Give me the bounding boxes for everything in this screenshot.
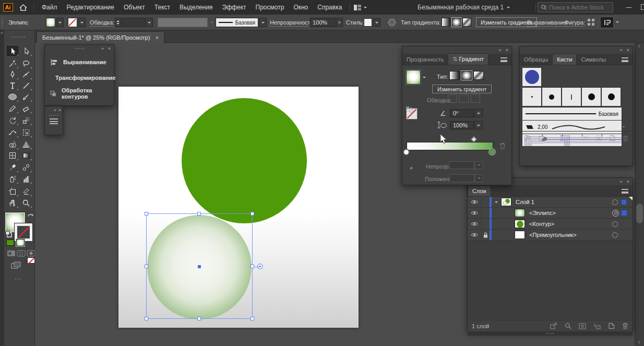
trash-icon[interactable]: [622, 323, 628, 329]
gradient-fill-thumbnail[interactable]: [406, 70, 421, 85]
brush-swatch-blue-circle[interactable]: [522, 67, 542, 87]
dock-strip[interactable]: ˄ ˅: [635, 43, 644, 346]
menu-edit[interactable]: Редактирование: [62, 4, 119, 11]
close-panel-icon[interactable]: ×: [108, 46, 111, 51]
rotate-tool[interactable]: [6, 115, 19, 126]
gradient-mode-button[interactable]: [16, 239, 25, 246]
angle-value[interactable]: 0°: [450, 109, 474, 117]
shape-builder-tool[interactable]: [6, 139, 19, 150]
gradient-tool[interactable]: [20, 150, 32, 161]
document-tab[interactable]: Безымянный-1* @ 25% (RGB/Просмотр) ×: [37, 31, 164, 43]
control-bar-grip[interactable]: [2, 19, 3, 27]
stock-search-box[interactable]: [538, 2, 613, 13]
stroke-color-swatch[interactable]: [68, 18, 77, 27]
layer-row[interactable]: <Контур>: [468, 219, 633, 230]
lock-cell[interactable]: [481, 208, 490, 218]
default-fill-stroke-icon[interactable]: [5, 231, 13, 238]
color-mode-button[interactable]: [6, 240, 14, 246]
dock-toggle-chevron[interactable]: [616, 20, 619, 25]
layer-name[interactable]: <Контур>: [529, 221, 554, 227]
free-transform-tool[interactable]: [20, 127, 32, 138]
visibility-toggle[interactable]: [468, 221, 481, 226]
direct-selection-tool[interactable]: [20, 45, 32, 56]
close-panel-icon[interactable]: ×: [627, 179, 629, 184]
collapse-panel-icon[interactable]: »: [54, 108, 56, 113]
panel-item-pathfinder[interactable]: Обработка контуров: [45, 86, 114, 101]
opacity-value[interactable]: 100%: [309, 18, 336, 27]
draw-normal-icon[interactable]: [7, 250, 16, 257]
style-dropdown[interactable]: [373, 18, 380, 27]
tab-swatches[interactable]: Образцы: [520, 54, 552, 65]
stroke-weight-stepper[interactable]: [115, 18, 121, 27]
workspace-switcher[interactable]: Безымянная рабочая среда 1: [418, 0, 510, 15]
libraries-panel-icon[interactable]: [539, 135, 547, 141]
toolbar-grip[interactable]: [11, 37, 25, 38]
gradient-type-radial-button[interactable]: [452, 18, 461, 27]
lasso-tool[interactable]: [20, 58, 32, 69]
symbol-sprayer-tool[interactable]: [6, 173, 19, 184]
new-layer-icon[interactable]: [608, 323, 615, 329]
brush-definition-chevron[interactable]: [259, 18, 267, 27]
layer-thumbnail[interactable]: [501, 198, 511, 206]
selection-handle-ne[interactable]: [251, 212, 254, 216]
none-mode-button[interactable]: [27, 257, 35, 264]
brush-row-basic[interactable]: Базовая: [522, 107, 622, 121]
lock-cell[interactable]: [481, 197, 490, 207]
selection-handle-s[interactable]: [197, 317, 201, 320]
recolor-artwork-icon[interactable]: [387, 18, 397, 27]
collapsed-panel-button[interactable]: [45, 118, 63, 124]
brush-definition-dropdown[interactable]: Базовая: [216, 18, 258, 27]
type-radial-button[interactable]: [461, 71, 472, 80]
draw-inside-icon[interactable]: [27, 250, 35, 257]
eyedropper-tool[interactable]: [6, 162, 19, 173]
brush-libraries-icon[interactable]: [524, 135, 532, 141]
curvature-tool[interactable]: [20, 69, 32, 80]
scale-tool[interactable]: [20, 115, 32, 126]
panel-menu-icon[interactable]: [622, 57, 628, 62]
menu-effect[interactable]: Эффект: [218, 4, 251, 11]
clipping-mask-icon[interactable]: [579, 323, 586, 329]
shape-link[interactable]: Фигура:: [565, 19, 585, 27]
collect-for-export-icon[interactable]: [550, 323, 557, 329]
selection-handle-n[interactable]: [197, 212, 201, 216]
brush-swatch[interactable]: [542, 87, 562, 106]
fill-color-dropdown[interactable]: [56, 18, 64, 27]
grid-options-icon[interactable]: [587, 18, 595, 26]
target-icon[interactable]: [612, 221, 618, 227]
tab-symbols[interactable]: Символы: [577, 54, 610, 65]
panel-item-transform[interactable]: Трансформирование: [45, 70, 114, 86]
column-graph-tool[interactable]: [20, 173, 32, 184]
panel-resize-grip[interactable]: [468, 331, 633, 336]
locate-object-icon[interactable]: [565, 323, 571, 329]
layer-thumbnail[interactable]: [515, 231, 525, 239]
stroke-color-dropdown[interactable]: [78, 18, 86, 27]
panel-menu-icon[interactable]: [622, 189, 628, 194]
paintbrush-tool[interactable]: [20, 91, 32, 102]
brushes-panel-header[interactable]: « ×: [520, 46, 633, 54]
tab-brushes[interactable]: Кисти: [552, 54, 577, 65]
document-tab-close-icon[interactable]: ×: [156, 34, 159, 41]
panel-dock-toggle[interactable]: [600, 17, 614, 28]
close-panel-icon[interactable]: ×: [506, 47, 508, 53]
selection-tool[interactable]: [6, 45, 19, 56]
eraser-tool[interactable]: [20, 103, 32, 114]
target-icon[interactable]: [612, 232, 618, 238]
opacity-label[interactable]: Непрозрачность:: [270, 19, 315, 27]
draw-behind-icon[interactable]: [17, 250, 26, 257]
layer-row[interactable]: <Эллипс>: [468, 208, 633, 219]
shaper-tool[interactable]: [6, 103, 19, 114]
close-panel-icon[interactable]: ×: [58, 108, 61, 113]
green-circle-shape[interactable]: [182, 98, 307, 223]
ellipse-tool[interactable]: [6, 91, 19, 102]
stroke-weight-label[interactable]: Обводка:: [90, 19, 114, 27]
menu-object[interactable]: Объект: [119, 4, 150, 11]
gradient-slider-bar[interactable]: [407, 142, 493, 150]
layer-thumbnail[interactable]: [515, 209, 525, 217]
layer-row[interactable]: Слой 1: [468, 197, 633, 208]
arrange-documents-button[interactable]: [353, 4, 367, 11]
panel-menu-icon[interactable]: [500, 57, 507, 62]
brush-swatch[interactable]: [581, 87, 601, 106]
visibility-toggle[interactable]: [468, 232, 481, 237]
lock-cell[interactable]: [481, 230, 490, 240]
collapse-panel-icon[interactable]: »: [101, 46, 104, 51]
